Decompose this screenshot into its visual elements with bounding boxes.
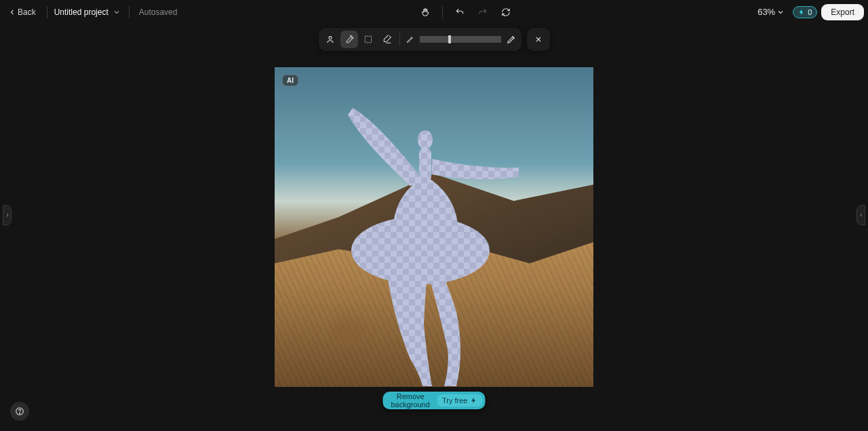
- topbar-right: 63% 0 Export: [753, 4, 864, 20]
- canvas[interactable]: AI: [275, 67, 593, 387]
- divider: [47, 6, 47, 18]
- credits-value: 0: [808, 8, 812, 16]
- help-button[interactable]: [10, 402, 29, 421]
- try-free-badge: Try free: [437, 394, 483, 407]
- chevron-down-icon: [776, 8, 785, 16]
- tool-row: [0, 28, 868, 51]
- svg-point-0: [328, 37, 331, 39]
- topbar-center: [177, 3, 753, 21]
- close-icon: [534, 35, 542, 43]
- brush-large-icon: [507, 35, 516, 44]
- tool-group-main: [319, 28, 521, 51]
- chevron-right-icon: [5, 212, 10, 218]
- bolt-icon: [471, 397, 477, 404]
- chevron-left-icon: [8, 8, 16, 16]
- zoom-control[interactable]: 63%: [753, 4, 789, 20]
- redo-icon: [478, 7, 488, 17]
- refresh-icon: [501, 7, 511, 17]
- redo-button[interactable]: [474, 3, 492, 21]
- reset-button[interactable]: [497, 3, 515, 21]
- svg-rect-1: [365, 36, 371, 42]
- divider: [399, 33, 400, 46]
- ai-badge: AI: [282, 75, 298, 86]
- brush-tool[interactable]: [340, 31, 358, 48]
- topbar-left: Back Untitled project Autosaved: [4, 5, 177, 20]
- brush-icon: [344, 35, 354, 44]
- project-menu-toggle[interactable]: [111, 7, 122, 18]
- credits-pill[interactable]: 0: [793, 6, 817, 18]
- help-icon: [15, 407, 24, 416]
- expand-left-panel[interactable]: [3, 205, 12, 225]
- eraser-tool[interactable]: [378, 31, 396, 48]
- slider-track: [420, 38, 501, 41]
- back-label: Back: [18, 7, 36, 17]
- hand-icon: [420, 7, 430, 17]
- chevron-down-icon: [113, 8, 121, 16]
- ai-subject-tool[interactable]: [321, 31, 339, 48]
- expand-right-panel[interactable]: [856, 205, 865, 225]
- pencil-icon: [406, 35, 414, 43]
- eraser-icon: [382, 35, 392, 44]
- export-button[interactable]: Export: [821, 4, 864, 20]
- pan-hand-button[interactable]: [416, 3, 434, 21]
- topbar: Back Untitled project Autosaved 63%: [0, 0, 868, 24]
- slider-thumb[interactable]: [448, 35, 451, 43]
- project-title: Untitled project: [54, 7, 108, 17]
- remove-background-button[interactable]: Remove background Try free: [383, 392, 486, 409]
- zoom-value: 63%: [757, 7, 775, 17]
- divider: [442, 6, 443, 18]
- person-icon: [326, 35, 335, 44]
- export-label: Export: [831, 7, 854, 17]
- close-tool-button[interactable]: [530, 31, 547, 48]
- divider: [129, 6, 130, 18]
- remove-background-label: Remove background: [383, 392, 437, 409]
- undo-button[interactable]: [451, 3, 469, 21]
- brush-size-slider[interactable]: [420, 36, 501, 43]
- bolt-icon: [798, 9, 805, 16]
- project-title-wrap[interactable]: Untitled project: [54, 7, 122, 18]
- erased-subject-mask: [275, 67, 593, 387]
- autosaved-label: Autosaved: [139, 7, 178, 17]
- undo-icon: [455, 7, 465, 17]
- lasso-icon: [363, 35, 373, 44]
- brush-size-slider-wrap: [403, 35, 519, 44]
- svg-point-3: [20, 413, 20, 413]
- lasso-tool[interactable]: [359, 31, 377, 48]
- close-tool-group: [527, 28, 550, 51]
- chevron-left-icon: [859, 212, 864, 218]
- back-button[interactable]: Back: [4, 5, 40, 20]
